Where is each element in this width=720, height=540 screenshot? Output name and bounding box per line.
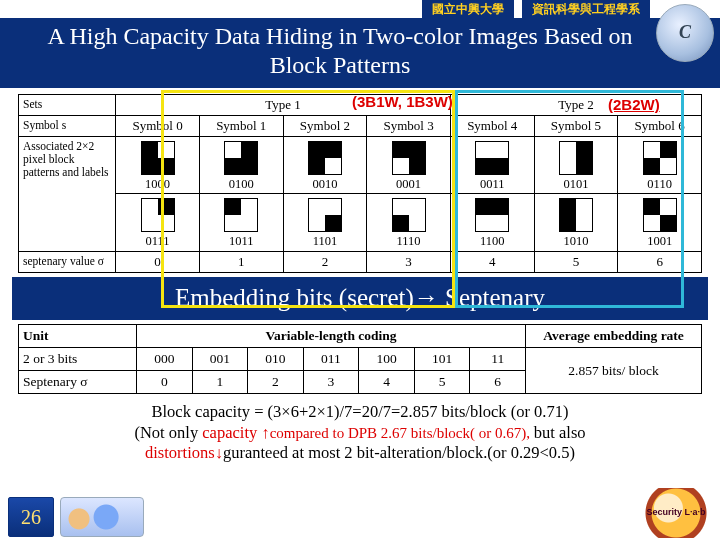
banner-text-b: Septenary [439,284,545,311]
university-logo: C [656,4,714,62]
vlc-sept: 3 [303,371,359,394]
symbol-label: Symbol 0 [116,115,200,136]
pattern-table: Sets Type 1 Type 2 Symbol s Symbol 0 Sym… [18,94,702,274]
pattern-label: 1110 [397,235,421,249]
compared-note: compared to DPB 2.67 bits/block( or 0.67… [270,425,534,441]
block-pattern-icon [643,141,677,175]
sept-val: 0 [116,252,200,273]
vlc-table: Unit Variable-length coding Average embe… [18,324,702,394]
pattern-cell: 1011 [199,194,283,252]
pattern-label: 0100 [229,178,254,192]
security-lab-text: Security L·a·b [646,508,705,517]
pattern-label: 0101 [563,178,588,192]
pattern-cell: 0110 [618,136,702,194]
table-row: 2 or 3 bits 000 001 010 011 100 101 11 2… [19,348,702,371]
university-label: 國立中興大學 [422,0,514,19]
explain-line-1: Block capacity = (3×6+2×1)/7=20/7=2.857 … [30,402,690,423]
banner-text-a: Embedding bits (secret) [175,284,414,311]
vlc-header-coding: Variable-length coding [137,325,526,348]
vlc-rate-val: 2.857 bits/ block [526,348,702,394]
type2-header: Type 2 [450,94,701,115]
pattern-cell: 0111 [116,194,200,252]
block-pattern-icon [224,198,258,232]
pattern-cell: 0101 [534,136,618,194]
distortions-down: distortions↓ [145,443,223,462]
sept-val: 2 [283,252,367,273]
vlc-code: 010 [248,348,304,371]
block-pattern-icon [475,198,509,232]
pattern-label: 0011 [480,178,505,192]
capacity-up: capacity ↑ [202,423,269,442]
pattern-cell: 1100 [450,194,534,252]
pattern-label: 1001 [647,235,672,249]
vlc-code: 001 [192,348,248,371]
block-pattern-icon [141,198,175,232]
symbol-label: Symbol 4 [450,115,534,136]
vlc-unit-val: 2 or 3 bits [19,348,137,371]
pattern-cell: 1101 [283,194,367,252]
block-pattern-icon [559,198,593,232]
pattern-label: 0110 [647,178,672,192]
block-pattern-icon [392,198,426,232]
title-bar: A High Capacity Data Hiding in Two-color… [0,18,720,88]
pattern-label: 1010 [563,235,588,249]
sept-val: 5 [534,252,618,273]
sept-val: 4 [450,252,534,273]
vlc-sept-label: Septenary σ [19,371,137,394]
symbol-label: Symbol 1 [199,115,283,136]
vlc-sept: 1 [192,371,248,394]
symbol-label: Symbol 3 [367,115,451,136]
block-pattern-icon [392,141,426,175]
symbol-label: Symbol 6 [618,115,702,136]
pattern-cell: 1010 [534,194,618,252]
annotation-type1: (3B1W, 1B3W) [352,93,453,110]
pattern-cell: 1110 [367,194,451,252]
block-pattern-icon [224,141,258,175]
pattern-label: 1100 [480,235,505,249]
vlc-header-unit: Unit [19,325,137,348]
block-pattern-icon [475,141,509,175]
pattern-label: 0111 [146,235,170,249]
block-pattern-icon [308,141,342,175]
header-strip: 國立中興大學 資訊科學與工程學系 [0,0,720,18]
row-header-sets: Sets [19,94,116,115]
vlc-code: 011 [303,348,359,371]
vlc-sept: 5 [414,371,470,394]
vlc-table-area: Unit Variable-length coding Average embe… [18,324,702,394]
pattern-label: 1101 [313,235,338,249]
vlc-header-rate: Average embedding rate [526,325,702,348]
pattern-label: 1011 [229,235,254,249]
table-row: Unit Variable-length coding Average embe… [19,325,702,348]
vlc-code: 100 [359,348,415,371]
vlc-code: 11 [470,348,526,371]
footer: 26 [0,494,720,540]
vlc-sept: 4 [359,371,415,394]
explain-line-3: distortions↓guranteed at most 2 bit-alte… [30,443,690,464]
pattern-label: 0001 [396,178,421,192]
pattern-cell: 1000 [116,136,200,194]
section-banner: Embedding bits (secret)→ Septenary [12,277,708,320]
department-label: 資訊科學與工程學系 [522,0,650,19]
pattern-label: 1000 [145,178,170,192]
security-lab-logo: Security L·a·b [638,488,714,538]
symbol-label: Symbol 5 [534,115,618,136]
block-pattern-icon [643,198,677,232]
symbol-label: Symbol 2 [283,115,367,136]
footer-art-icon [60,497,144,537]
pattern-cell: 0100 [199,136,283,194]
table-row: Symbol s Symbol 0 Symbol 1 Symbol 2 Symb… [19,115,702,136]
table-row: 0111 1011 1101 1110 1100 1010 1001 [19,194,702,252]
sept-val: 1 [199,252,283,273]
explanation-text: Block capacity = (3×6+2×1)/7=20/7=2.857 … [30,402,690,464]
pattern-cell: 0001 [367,136,451,194]
explain-line-2: (Not only capacity ↑compared to DPB 2.67… [30,423,690,444]
page-number: 26 [8,497,54,537]
pattern-cell: 0011 [450,136,534,194]
sept-val: 6 [618,252,702,273]
row-header-sept: septenary value σ [19,252,116,273]
block-pattern-icon [141,141,175,175]
sept-val: 3 [367,252,451,273]
row-header-symbol: Symbol s [19,115,116,136]
vlc-sept: 0 [137,371,193,394]
vlc-code: 101 [414,348,470,371]
